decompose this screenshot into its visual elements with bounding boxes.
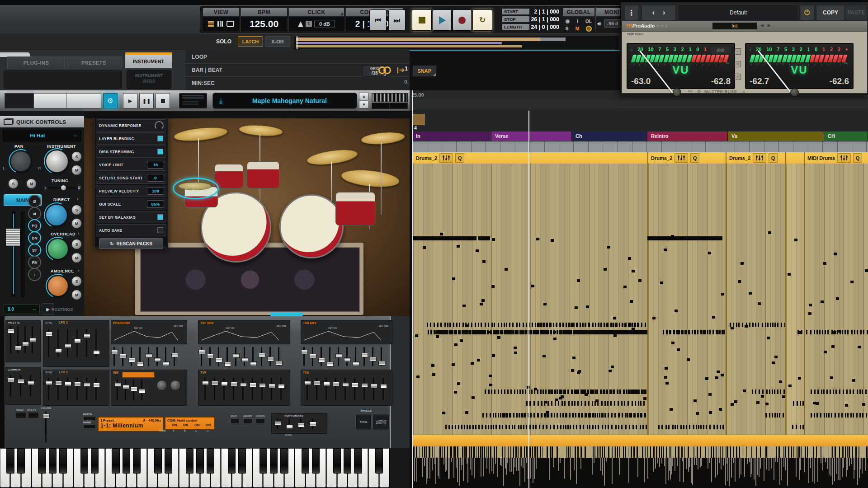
- midi-note[interactable]: [774, 323, 776, 327]
- midi-note[interactable]: [712, 330, 714, 334]
- midi-note[interactable]: [652, 317, 656, 319]
- midi-note[interactable]: [520, 330, 521, 334]
- midi-note[interactable]: [586, 413, 587, 418]
- view-columns-icon[interactable]: [217, 21, 223, 27]
- synth-slider[interactable]: [95, 329, 97, 357]
- vu-prev-icon[interactable]: ◀: [760, 23, 764, 28]
- midi-note[interactable]: [428, 330, 429, 334]
- midi-note[interactable]: [767, 337, 770, 339]
- midi-note[interactable]: [817, 389, 819, 394]
- midi-note[interactable]: [495, 330, 497, 334]
- velocity-bar[interactable]: [717, 458, 718, 475]
- pan-knob[interactable]: [10, 150, 32, 172]
- midi-note[interactable]: [512, 425, 513, 429]
- midi-note[interactable]: [590, 413, 591, 418]
- velocity-bar[interactable]: [472, 458, 472, 475]
- midi-note[interactable]: [505, 330, 507, 334]
- midi-note[interactable]: [437, 323, 439, 327]
- black-key[interactable]: [91, 448, 99, 474]
- midi-note[interactable]: [490, 413, 491, 418]
- velocity-bar[interactable]: [764, 458, 764, 481]
- synth-slider[interactable]: [95, 378, 97, 400]
- velocity-bar[interactable]: [628, 458, 629, 483]
- synth-slider-cap[interactable]: [259, 383, 266, 388]
- velocity-bar[interactable]: [514, 458, 515, 467]
- velocity-bar[interactable]: [796, 458, 797, 477]
- midi-note[interactable]: [632, 425, 634, 429]
- synth-slider-cap[interactable]: [304, 380, 311, 385]
- midi-note[interactable]: [572, 389, 573, 394]
- velocity-bar[interactable]: [414, 458, 415, 481]
- midi-note[interactable]: [575, 389, 576, 394]
- browser-search-box[interactable]: [4, 70, 122, 89]
- midi-note[interactable]: [487, 330, 489, 334]
- midi-note[interactable]: [722, 425, 724, 429]
- midi-note[interactable]: [595, 413, 596, 418]
- midi-note[interactable]: [821, 389, 822, 394]
- midi-note[interactable]: [573, 413, 574, 418]
- velocity-bar[interactable]: [558, 458, 559, 471]
- midi-note[interactable]: [607, 401, 609, 406]
- midi-note[interactable]: [774, 413, 776, 418]
- synth-slider[interactable]: [67, 329, 68, 357]
- midi-note[interactable]: [488, 323, 489, 327]
- midi-note[interactable]: [843, 389, 844, 394]
- synth-slider[interactable]: [17, 326, 19, 353]
- synth-slider[interactable]: [271, 378, 272, 400]
- midi-note[interactable]: [565, 425, 566, 429]
- midi-note[interactable]: [489, 384, 492, 386]
- vu-right-knob[interactable]: [790, 88, 799, 97]
- synth-slider-cap[interactable]: [301, 350, 308, 354]
- midi-note[interactable]: [783, 413, 784, 418]
- midi-note[interactable]: [693, 425, 694, 429]
- settings-row-layer-blending[interactable]: LAYER BLENDING: [96, 132, 166, 145]
- synth-slider[interactable]: [57, 329, 59, 357]
- midi-note[interactable]: [603, 389, 604, 394]
- midi-note[interactable]: [828, 413, 830, 418]
- midi-note[interactable]: [430, 323, 431, 327]
- midi-note[interactable]: [561, 330, 562, 334]
- midi-note[interactable]: [457, 245, 460, 248]
- midi-note[interactable]: [867, 330, 868, 334]
- locator-value[interactable]: 26 | 1 | 000: [529, 16, 559, 23]
- midi-note[interactable]: [822, 330, 823, 334]
- synth-slider[interactable]: [57, 378, 59, 400]
- midi-note[interactable]: [461, 425, 462, 429]
- velocity-bar[interactable]: [439, 458, 439, 479]
- midi-note[interactable]: [831, 413, 832, 418]
- midi-note[interactable]: [620, 330, 621, 334]
- midi-note[interactable]: [452, 425, 453, 429]
- velocity-bar[interactable]: [731, 458, 732, 478]
- midi-note[interactable]: [706, 425, 707, 429]
- midi-note[interactable]: [458, 425, 459, 429]
- midi-note[interactable]: [492, 238, 495, 241]
- midi-note[interactable]: [633, 330, 635, 334]
- velocity-bar[interactable]: [661, 458, 662, 464]
- midi-note[interactable]: [682, 330, 684, 334]
- midi-note[interactable]: [617, 389, 618, 394]
- synth-slider-cap[interactable]: [276, 361, 283, 366]
- velocity-bar[interactable]: [422, 458, 423, 477]
- midi-note[interactable]: [613, 330, 615, 334]
- midi-long-note[interactable]: [412, 236, 476, 240]
- midi-note[interactable]: [632, 389, 633, 394]
- midi-note[interactable]: [779, 380, 782, 383]
- synth-slider[interactable]: [156, 347, 158, 366]
- midi-note[interactable]: [491, 330, 492, 334]
- synth-slider-cap[interactable]: [233, 353, 240, 358]
- clip-fader-icon[interactable]: [675, 153, 688, 163]
- velocity-bar[interactable]: [860, 458, 861, 469]
- synth-slider[interactable]: [86, 378, 87, 400]
- midi-note[interactable]: [481, 323, 482, 327]
- midi-note[interactable]: [545, 413, 547, 418]
- midi-note[interactable]: [627, 401, 629, 406]
- midi-note[interactable]: [472, 396, 475, 399]
- midi-note[interactable]: [571, 369, 574, 372]
- midi-note[interactable]: [535, 323, 536, 327]
- midi-note[interactable]: [645, 323, 646, 327]
- velocity-bar[interactable]: [655, 458, 656, 469]
- midi-note[interactable]: [591, 330, 592, 334]
- midi-note[interactable]: [707, 330, 708, 334]
- midi-note[interactable]: [627, 389, 629, 394]
- midi-note[interactable]: [483, 330, 485, 334]
